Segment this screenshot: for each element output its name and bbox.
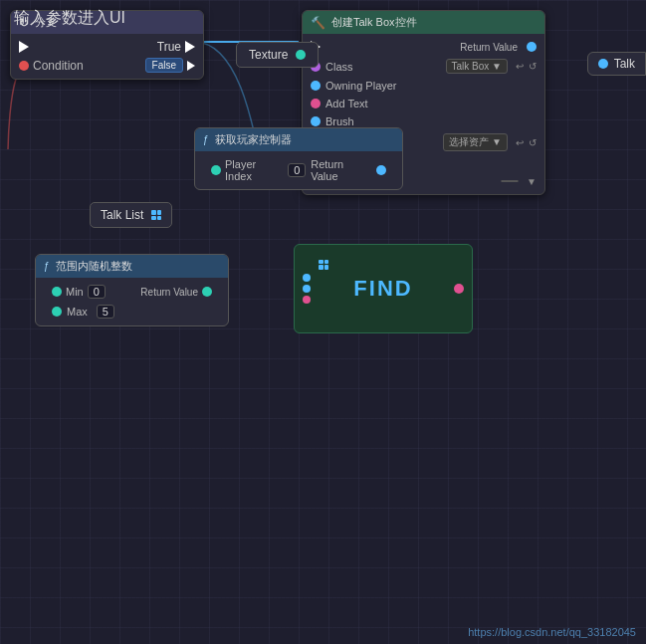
get-player-title: 获取玩家控制器 — [215, 132, 292, 147]
talk-right-node: Talk — [587, 52, 646, 76]
find-pin-3 — [303, 296, 311, 304]
panel-title: 输入参数进入UI — [14, 8, 125, 29]
create-icon: 🔨 — [311, 16, 325, 30]
branch-condition-row: Condition False — [19, 58, 195, 73]
owning-player-row: Owning Player — [303, 77, 544, 95]
return-value-label3: Return Value — [140, 287, 198, 298]
class-reset-icon: ↺ — [529, 61, 537, 72]
player-index-label: Player Index — [225, 158, 284, 182]
random-title: 范围内随机整数 — [56, 259, 132, 274]
find-left-pins — [303, 274, 311, 304]
fight-dropdown-icon[interactable]: ▼ — [527, 176, 537, 187]
add-text-row: Add Text — [303, 95, 544, 112]
talk-list-node: Talk List — [90, 202, 172, 228]
min-pin — [52, 287, 62, 297]
find-out-pin — [454, 284, 464, 294]
create-talk-header: 🔨 创建Talk Box控件 — [303, 11, 544, 34]
min-row: Min 0 Return Value — [44, 282, 220, 302]
class-arrow-icon: ↩ — [516, 61, 524, 72]
find-pin-2 — [303, 285, 311, 293]
min-label: Min — [66, 286, 84, 298]
get-player-header: ƒ 获取玩家控制器 — [195, 128, 402, 151]
talk-list-label: Talk List — [101, 208, 143, 222]
find-pin-1 — [303, 274, 311, 282]
class-value[interactable]: Talk Box ▼ — [446, 59, 508, 74]
watermark-text: https://blog.csdn.net/qq_33182045 — [468, 626, 636, 638]
branch-exec-row: True — [19, 40, 195, 54]
condition-label: Condition — [33, 59, 145, 73]
talk-right-in-pin — [598, 59, 608, 69]
false-pin-triangle — [187, 61, 195, 71]
talk-right-label: Talk — [614, 57, 635, 71]
return-value-pin2 — [376, 165, 386, 175]
random-node: ƒ 范围内随机整数 Min 0 Return Value Max 5 — [35, 254, 229, 326]
pictrue-arrow-icon: ↩ — [516, 137, 524, 148]
return-value-label2: Return Value — [311, 158, 372, 182]
texture-out-pin — [296, 50, 306, 60]
branch-true-label: True — [29, 40, 181, 54]
texture-node-label: Texture — [249, 48, 288, 62]
player-index-value[interactable]: 0 — [288, 163, 306, 177]
class-label: Class — [325, 61, 353, 73]
random-func-icon: ƒ — [44, 261, 50, 272]
create-talk-title: 创建Talk Box控件 — [331, 15, 417, 30]
condition-pin — [19, 61, 29, 71]
min-value[interactable]: 0 — [88, 285, 106, 299]
exec-in-pin — [19, 41, 29, 53]
class-row: Class Talk Box ▼ ↩ ↺ — [303, 56, 544, 77]
find-node: FIND — [294, 244, 473, 333]
player-index-pin — [211, 165, 221, 175]
pictrue-reset-icon: ↺ — [529, 137, 537, 148]
add-text-pin — [311, 99, 321, 108]
find-grid-icon — [319, 253, 328, 270]
exec-true-pin — [185, 41, 195, 53]
brush-pin — [311, 116, 321, 126]
return-value-pin3 — [202, 287, 212, 297]
talk-list-grid-icon — [151, 210, 161, 220]
false-value[interactable]: False — [145, 58, 183, 73]
add-text-label: Add Text — [325, 98, 368, 109]
get-player-body: Player Index 0 Return Value — [195, 151, 402, 189]
random-header: ƒ 范围内随机整数 — [36, 255, 228, 278]
random-body: Min 0 Return Value Max 5 — [36, 278, 228, 325]
func-icon: ƒ — [203, 134, 209, 145]
return-value-label: Return Value — [460, 42, 518, 53]
brush-label: Brush — [325, 115, 354, 127]
get-player-node: ƒ 获取玩家控制器 Player Index 0 Return Value — [194, 127, 403, 190]
find-label: FIND — [353, 276, 412, 302]
owning-player-label: Owning Player — [325, 80, 397, 92]
owning-player-pin — [311, 81, 321, 91]
texture-node: Texture — [236, 42, 319, 68]
pictrue-value[interactable]: 选择资产 ▼ — [443, 133, 508, 151]
return-value-pin — [527, 42, 537, 52]
max-pin — [52, 307, 62, 317]
fight-value[interactable] — [501, 180, 519, 182]
max-label: Max — [67, 306, 88, 318]
max-value[interactable]: 5 — [97, 305, 114, 319]
branch-node-body: True Condition False — [11, 34, 203, 79]
player-index-row: Player Index 0 Return Value — [203, 155, 394, 185]
find-right-pins — [454, 284, 464, 294]
watermark: https://blog.csdn.net/qq_33182045 — [468, 626, 636, 638]
max-row: Max 5 — [44, 302, 220, 322]
create-exec-row: Return Value — [303, 38, 544, 56]
